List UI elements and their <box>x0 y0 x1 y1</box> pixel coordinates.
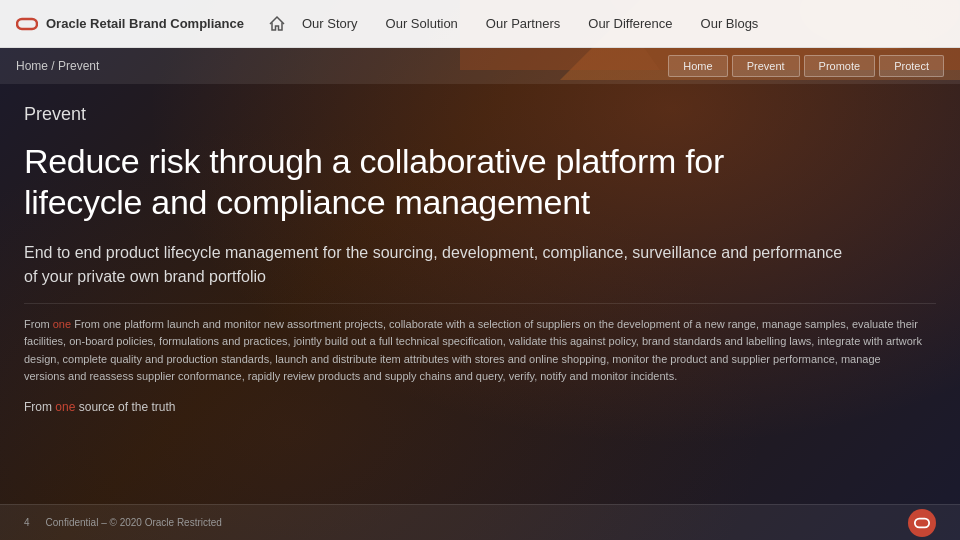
breadcrumb-buttons: Home Prevent Promote Protect <box>668 55 944 77</box>
nav-links-area: Our Story Our Solution Our Partners Our … <box>302 16 944 31</box>
from-suffix: source of the truth <box>75 400 175 414</box>
footer-confidential: Confidential – © 2020 Oracle Restricted <box>46 517 222 528</box>
accent-one-2: one <box>55 400 75 414</box>
main-content: Prevent Reduce risk through a collaborat… <box>0 84 960 450</box>
brand-name: Oracle Retail Brand Compliance <box>46 16 244 31</box>
footer-oracle-logo <box>908 509 936 537</box>
oracle-logo-icon <box>16 16 38 32</box>
breadcrumb-bar: Home / Prevent Home Prevent Promote Prot… <box>0 48 960 84</box>
footer-text-area: 4 Confidential – © 2020 Oracle Restricte… <box>24 517 222 528</box>
hero-heading: Reduce risk through a collaborative plat… <box>24 141 936 223</box>
breadcrumb-prevent-button[interactable]: Prevent <box>732 55 800 77</box>
nav-our-solution[interactable]: Our Solution <box>386 16 458 31</box>
accent-one-1: one <box>53 318 71 330</box>
footer-page-number: 4 <box>24 517 30 528</box>
section-divider <box>24 303 936 304</box>
body-paragraph: From one From one platform launch and mo… <box>24 316 924 386</box>
from-one-source: From one source of the truth <box>24 400 936 414</box>
nav-our-story[interactable]: Our Story <box>302 16 358 31</box>
hero-heading-line2: lifecycle and compliance management <box>24 183 590 221</box>
breadcrumb-protect-button[interactable]: Protect <box>879 55 944 77</box>
footer: 4 Confidential – © 2020 Oracle Restricte… <box>0 504 960 540</box>
home-icon[interactable] <box>268 15 286 33</box>
hero-heading-line1: Reduce risk through a collaborative plat… <box>24 142 724 180</box>
breadcrumb-home-button[interactable]: Home <box>668 55 727 77</box>
nav-our-partners[interactable]: Our Partners <box>486 16 560 31</box>
from-prefix: From <box>24 400 55 414</box>
brand-area: Oracle Retail Brand Compliance <box>16 16 244 32</box>
main-navbar: Oracle Retail Brand Compliance Our Story… <box>0 0 960 48</box>
nav-our-difference[interactable]: Our Difference <box>588 16 672 31</box>
svg-rect-5 <box>915 518 929 527</box>
nav-our-blogs[interactable]: Our Blogs <box>701 16 759 31</box>
breadcrumb-promote-button[interactable]: Promote <box>804 55 876 77</box>
breadcrumb: Home / Prevent <box>16 59 99 73</box>
page-title: Prevent <box>24 104 936 125</box>
home-icon-area[interactable] <box>268 15 286 33</box>
svg-rect-4 <box>17 19 37 29</box>
body-text-content: From one platform launch and monitor new… <box>24 318 922 383</box>
sub-heading: End to end product lifecycle management … <box>24 241 844 289</box>
